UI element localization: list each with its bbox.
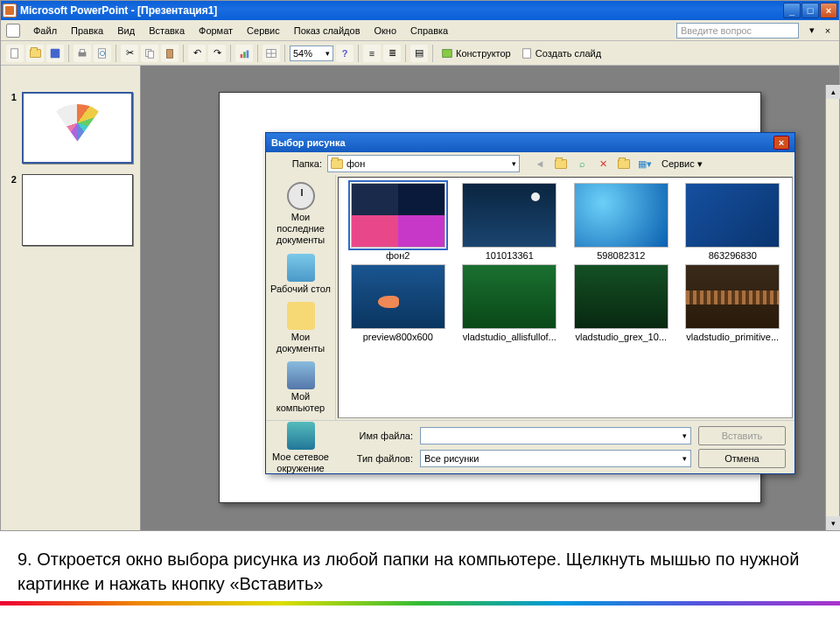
dialog-bottom: Имя файла: Вставить Тип файлов: Все рису…: [266, 420, 794, 473]
views-icon[interactable]: ▦▾: [637, 156, 653, 172]
svg-rect-7: [148, 51, 153, 58]
open-icon[interactable]: [26, 45, 44, 62]
paste-icon[interactable]: [161, 45, 178, 62]
undo-icon[interactable]: ↶: [188, 45, 206, 62]
svg-rect-8: [167, 49, 173, 58]
search-icon[interactable]: ⌕: [574, 156, 590, 172]
newfolder-icon[interactable]: [616, 156, 632, 172]
menu-service[interactable]: Сервис: [241, 23, 286, 38]
copy-icon[interactable]: [141, 45, 158, 62]
place-network[interactable]: Мое сетевое окружение: [266, 418, 335, 478]
window-controls: _ □ ×: [783, 3, 837, 18]
file-item[interactable]: preview800x600: [344, 264, 452, 342]
file-thumbnail: [351, 264, 445, 329]
file-item[interactable]: 101013361: [456, 183, 564, 261]
place-mydocs[interactable]: Мои документы: [266, 298, 335, 358]
help-icon[interactable]: ?: [336, 45, 354, 62]
clock-icon: [287, 182, 315, 210]
svg-rect-10: [243, 52, 246, 58]
select-picture-dialog: Выбор рисунка × Папка: фон ◄ ⌕ ✕ ▦▾ Серв…: [265, 132, 795, 474]
menu-slideshow[interactable]: Показ слайдов: [288, 23, 367, 38]
numbering-icon[interactable]: ≣: [383, 45, 401, 62]
place-recent[interactable]: Мои последние документы: [266, 178, 335, 250]
desktop-icon: [287, 254, 315, 282]
places-bar: Мои последние документы Рабочий стол Мои…: [266, 175, 336, 420]
minimize-button[interactable]: _: [783, 3, 801, 18]
svg-rect-9: [241, 53, 243, 57]
dialog-titlebar: Выбор рисунка ×: [266, 133, 794, 152]
back-icon[interactable]: ◄: [532, 156, 548, 172]
file-thumbnail: [574, 264, 668, 329]
save-icon[interactable]: [46, 45, 64, 62]
folder-label: Папка:: [273, 158, 322, 169]
svg-rect-11: [247, 50, 249, 58]
redo-icon[interactable]: ↷: [208, 45, 226, 62]
file-item[interactable]: vladstudio_primitive...: [679, 264, 788, 342]
bullets-icon[interactable]: ≡: [363, 45, 381, 62]
folder-select[interactable]: фон: [327, 155, 520, 172]
menubar: Файл Правка Вид Вставка Формат Сервис По…: [1, 20, 839, 41]
new-icon[interactable]: [6, 45, 24, 62]
dialog-close-button[interactable]: ×: [774, 136, 789, 150]
insert-button[interactable]: Вставить: [698, 426, 786, 445]
preview-icon[interactable]: [94, 45, 111, 62]
doc-restore-button[interactable]: ▾: [806, 24, 818, 37]
slide-thumb-2[interactable]: 2: [1, 169, 140, 251]
powerpoint-window: Microsoft PowerPoint - [Презентация1] _ …: [0, 0, 840, 531]
new-slide-button[interactable]: Создать слайд: [517, 46, 605, 61]
up-icon[interactable]: [553, 156, 569, 172]
file-thumbnail: [685, 264, 780, 329]
menu-window[interactable]: Окно: [368, 23, 403, 38]
table-icon[interactable]: [262, 45, 280, 62]
file-item[interactable]: vladstudio_grex_10...: [567, 264, 676, 342]
filetype-label: Тип файлов:: [352, 453, 413, 464]
place-mycomputer[interactable]: Мой компьютер: [266, 358, 335, 417]
align-icon[interactable]: ▤: [410, 45, 428, 62]
zoom-select[interactable]: 54%: [290, 46, 333, 61]
dialog-toolbar: Папка: фон ◄ ⌕ ✕ ▦▾ Сервис▾: [266, 152, 794, 175]
menu-view[interactable]: Вид: [111, 23, 141, 38]
designer-button[interactable]: Конструктор: [438, 46, 514, 61]
instruction-caption: 9. Откроется окно выбора рисунка из любо…: [0, 531, 840, 601]
computer-icon: [287, 361, 315, 389]
close-button[interactable]: ×: [820, 3, 837, 18]
file-item[interactable]: vladstudio_allisfullof...: [456, 264, 564, 342]
filename-input[interactable]: [420, 427, 691, 444]
print-icon[interactable]: [74, 45, 91, 62]
cancel-button[interactable]: Отмена: [698, 449, 786, 468]
dialog-service-button[interactable]: Сервис▾: [658, 157, 706, 172]
dialog-body: Мои последние документы Рабочий стол Мои…: [266, 175, 794, 420]
file-item[interactable]: фон2: [344, 183, 452, 261]
folder-icon: [331, 159, 343, 169]
chart-icon[interactable]: [235, 45, 253, 62]
place-desktop[interactable]: Рабочий стол: [266, 250, 335, 298]
titlebar: Microsoft PowerPoint - [Презентация1] _ …: [1, 1, 839, 20]
file-thumbnail: [462, 183, 556, 248]
menu-format[interactable]: Формат: [192, 23, 239, 38]
file-grid: фон2 101013361 598082312 863296830 previ…: [338, 177, 793, 418]
file-thumbnail: [462, 264, 556, 329]
app-icon: [3, 4, 17, 18]
color-strip: [0, 601, 840, 606]
dialog-title: Выбор рисунка: [271, 137, 346, 148]
svg-rect-1: [51, 48, 60, 58]
menu-insert[interactable]: Вставка: [143, 23, 191, 38]
file-item[interactable]: 863296830: [679, 183, 788, 261]
delete-icon[interactable]: ✕: [595, 156, 611, 172]
menu-file[interactable]: Файл: [27, 23, 63, 38]
filetype-select[interactable]: Все рисунки: [420, 450, 691, 467]
menu-edit[interactable]: Правка: [65, 23, 109, 38]
cut-icon[interactable]: ✂: [121, 45, 138, 62]
filename-label: Имя файла:: [352, 430, 413, 441]
svg-rect-0: [11, 48, 18, 58]
standard-toolbar: ✂ ↶ ↷ 54% ? ≡ ≣ ▤ Конструктор Создать сл…: [1, 41, 839, 66]
ask-question-box[interactable]: Введите вопрос: [676, 23, 799, 38]
file-item[interactable]: 598082312: [567, 183, 676, 261]
doc-close-button[interactable]: ×: [822, 24, 834, 37]
menu-help[interactable]: Справка: [404, 23, 454, 38]
file-thumbnail: [574, 183, 668, 248]
vertical-scrollbar[interactable]: [825, 85, 839, 530]
svg-rect-16: [522, 48, 530, 58]
maximize-button[interactable]: □: [802, 3, 819, 18]
slide-thumb-1[interactable]: 1: [1, 87, 140, 169]
